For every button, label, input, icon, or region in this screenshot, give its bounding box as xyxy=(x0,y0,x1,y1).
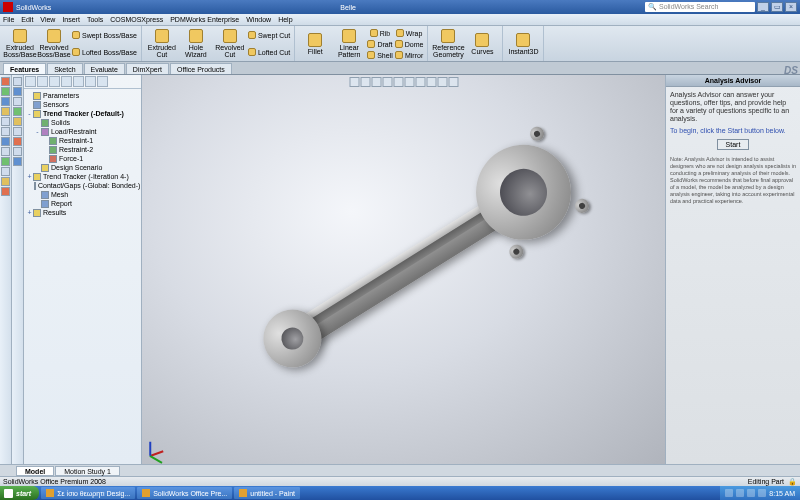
advisor-start-button[interactable]: Start xyxy=(717,139,750,150)
tab-office-products[interactable]: Office Products xyxy=(170,63,232,74)
menu-tools[interactable]: Tools xyxy=(87,16,103,23)
ribbon-revolved-cut[interactable]: Revolved Cut xyxy=(213,27,247,60)
tree-node[interactable]: Restraint-2 xyxy=(26,145,139,154)
view-tool-icon[interactable] xyxy=(349,77,359,87)
tree-node[interactable]: Restraint-1 xyxy=(26,136,139,145)
tree-node[interactable]: Report xyxy=(26,199,139,208)
view-tool-icon[interactable] xyxy=(415,77,425,87)
view-tool-icon[interactable] xyxy=(448,77,458,87)
fm-tab-icon[interactable] xyxy=(73,76,84,87)
tray-icon[interactable] xyxy=(747,489,755,497)
tool-btn[interactable] xyxy=(1,137,10,146)
ribbon-wrap[interactable]: Wrap xyxy=(394,27,425,38)
ribbon-fillet[interactable]: Fillet xyxy=(298,27,332,60)
tool-btn[interactable] xyxy=(1,187,10,196)
taskbar-item[interactable]: Σε ίσιο θεωρητι Desig... xyxy=(41,487,135,499)
tree-node[interactable]: Contact/Gaps (-Global: Bonded-) xyxy=(26,181,139,190)
fm-tab-icon[interactable] xyxy=(97,76,108,87)
fm-tab-icon[interactable] xyxy=(61,76,72,87)
tool-btn[interactable] xyxy=(13,107,22,116)
tray-icon[interactable] xyxy=(736,489,744,497)
menu-file[interactable]: File xyxy=(3,16,14,23)
tool-btn[interactable] xyxy=(1,177,10,186)
view-tool-icon[interactable] xyxy=(404,77,414,87)
tree-node[interactable]: Sensors xyxy=(26,100,139,109)
minimize-button[interactable]: _ xyxy=(757,2,769,12)
tool-btn[interactable] xyxy=(13,127,22,136)
tool-btn[interactable] xyxy=(13,77,22,86)
ribbon-rib[interactable]: Rib xyxy=(366,27,394,38)
ribbon-dome[interactable]: Dome xyxy=(394,38,425,49)
system-tray[interactable]: 8:15 AM xyxy=(720,486,800,500)
ribbon-draft[interactable]: Draft xyxy=(366,38,394,49)
tool-btn[interactable] xyxy=(1,117,10,126)
tray-icon[interactable] xyxy=(725,489,733,497)
tool-btn[interactable] xyxy=(13,157,22,166)
tab-sketch[interactable]: Sketch xyxy=(47,63,82,74)
ribbon-reference-geometry[interactable]: Reference Geometry xyxy=(431,27,465,60)
menu-edit[interactable]: Edit xyxy=(21,16,33,23)
tool-btn[interactable] xyxy=(1,77,10,86)
ribbon-instant3d[interactable]: Instant3D xyxy=(506,27,540,60)
menu-cosmosxpress[interactable]: COSMOSXpress xyxy=(110,16,163,23)
expand-icon[interactable]: - xyxy=(26,110,33,117)
ribbon-lofted-boss-base[interactable]: Lofted Boss/Base xyxy=(71,46,138,57)
tool-btn[interactable] xyxy=(13,137,22,146)
fm-tab-icon[interactable] xyxy=(25,76,36,87)
ribbon-swept-cut[interactable]: Swept Cut xyxy=(247,30,291,41)
ribbon-shell[interactable]: Shell xyxy=(366,49,394,60)
ribbon-lofted-cut[interactable]: Lofted Cut xyxy=(247,46,291,57)
menu-pdmworks enterprise[interactable]: PDMWorks Enterprise xyxy=(170,16,239,23)
btab-model[interactable]: Model xyxy=(16,466,54,476)
maximize-button[interactable]: ▭ xyxy=(771,2,783,12)
ribbon-extruded-cut[interactable]: Extruded Cut xyxy=(145,27,179,60)
tool-btn[interactable] xyxy=(13,147,22,156)
tab-dimxpert[interactable]: DimXpert xyxy=(126,63,169,74)
tool-btn[interactable] xyxy=(1,107,10,116)
view-tool-icon[interactable] xyxy=(382,77,392,87)
tree-node[interactable]: +Trend Tracker (-Iteration 4-) xyxy=(26,172,139,181)
view-tool-icon[interactable] xyxy=(360,77,370,87)
ribbon-mirror[interactable]: Mirror xyxy=(394,49,425,60)
tab-evaluate[interactable]: Evaluate xyxy=(84,63,125,74)
ribbon-extruded-boss-base[interactable]: Extruded Boss/Base xyxy=(3,27,37,60)
tool-btn[interactable] xyxy=(1,157,10,166)
view-tool-icon[interactable] xyxy=(371,77,381,87)
menu-help[interactable]: Help xyxy=(278,16,292,23)
close-button[interactable]: × xyxy=(785,2,797,12)
tool-btn[interactable] xyxy=(1,87,10,96)
tray-icon[interactable] xyxy=(758,489,766,497)
tool-btn[interactable] xyxy=(1,97,10,106)
fm-tab-icon[interactable] xyxy=(37,76,48,87)
taskbar-item[interactable]: SolidWorks Office Pre... xyxy=(137,487,232,499)
menu-window[interactable]: Window xyxy=(246,16,271,23)
fm-tab-icon[interactable] xyxy=(85,76,96,87)
tool-btn[interactable] xyxy=(13,117,22,126)
tree-node[interactable]: Design Scenario xyxy=(26,163,139,172)
fm-tab-icon[interactable] xyxy=(49,76,60,87)
expand-icon[interactable]: + xyxy=(26,173,33,180)
tree-node[interactable]: +Results xyxy=(26,208,139,217)
ribbon-revolved-boss-base[interactable]: Revolved Boss/Base xyxy=(37,27,71,60)
tool-btn[interactable] xyxy=(1,167,10,176)
expand-icon[interactable]: - xyxy=(34,128,41,135)
tree-node[interactable]: Force-1 xyxy=(26,154,139,163)
menu-insert[interactable]: Insert xyxy=(62,16,80,23)
tool-btn[interactable] xyxy=(13,87,22,96)
ribbon-hole-wizard[interactable]: Hole Wizard xyxy=(179,27,213,60)
btab-motion-study-1[interactable]: Motion Study 1 xyxy=(55,466,120,476)
ribbon-swept-boss-base[interactable]: Swept Boss/Base xyxy=(71,30,138,41)
tool-btn[interactable] xyxy=(1,147,10,156)
tree-node[interactable]: Solids xyxy=(26,118,139,127)
3d-viewport[interactable] xyxy=(142,75,665,464)
orientation-triad-icon[interactable] xyxy=(150,434,172,456)
tab-features[interactable]: Features xyxy=(3,63,46,74)
start-button[interactable]: start xyxy=(0,486,39,500)
expand-icon[interactable]: + xyxy=(26,209,33,216)
ribbon-curves[interactable]: Curves xyxy=(465,27,499,60)
tree-node[interactable]: -Trend Tracker (-Default-) xyxy=(26,109,139,118)
tree-node[interactable]: Mesh xyxy=(26,190,139,199)
tree-node[interactable]: Parameters xyxy=(26,91,139,100)
search-input[interactable]: 🔍 SolidWorks Search xyxy=(645,2,755,12)
menu-view[interactable]: View xyxy=(40,16,55,23)
